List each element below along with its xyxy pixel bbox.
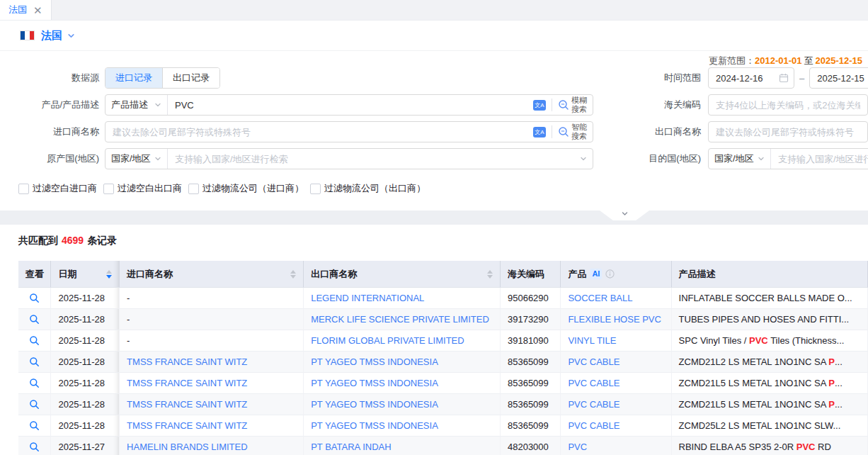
exporter-link[interactable]: PT YAGEO TMSS INDONESIA <box>311 399 438 410</box>
origin-country-group: 国家/地区 <box>105 148 593 169</box>
view-record-button[interactable] <box>28 440 41 454</box>
match-summary: 共匹配到4699条记录 <box>18 235 117 247</box>
view-record-button[interactable] <box>28 398 41 411</box>
product-link[interactable]: PVC <box>568 442 587 452</box>
sort-icon[interactable] <box>290 270 296 279</box>
exporter-link[interactable]: FLORIM GLOBAL PRIVATE LIMITED <box>311 335 464 346</box>
view-cell <box>18 437 51 455</box>
destination-country-select[interactable]: 国家/地区 <box>709 149 771 169</box>
date-cell: 2025-11-28 <box>51 309 120 330</box>
checkbox-icon[interactable] <box>103 184 114 194</box>
product-link[interactable]: PVC CABLE <box>568 378 619 388</box>
fuzzy-search-label: 模糊搜索 <box>571 96 588 113</box>
description-cell: RBIND ELBA A5 SP35 2-0R PVC RD <box>672 437 868 455</box>
product-cell: PVC <box>561 437 671 455</box>
column-label: 日期 <box>58 268 76 281</box>
product-link[interactable]: PVC CABLE <box>568 420 619 431</box>
importer-cell: - <box>120 288 304 309</box>
view-record-button[interactable] <box>28 291 41 305</box>
info-icon[interactable] <box>605 269 615 279</box>
sort-icon[interactable] <box>106 270 112 279</box>
date-cell: 2025-11-27 <box>51 437 120 455</box>
exporter-cell: FLORIM GLOBAL PRIVATE LIMITED <box>304 330 501 352</box>
view-record-button[interactable] <box>28 355 41 369</box>
importer-link[interactable]: HAMELIN BRANDS LIMITED <box>127 442 247 452</box>
table-row: 2025-11-28-FLORIM GLOBAL PRIVATE LIMITED… <box>18 330 868 352</box>
france-flag-icon <box>20 30 35 40</box>
checkbox-icon[interactable] <box>188 184 199 194</box>
view-record-button[interactable] <box>28 313 41 326</box>
origin-country-select[interactable]: 国家/地区 <box>105 149 168 169</box>
sort-icon[interactable] <box>487 270 493 279</box>
checkbox-icon[interactable] <box>18 184 29 194</box>
column-header-exporter[interactable]: 出口商名称 <box>304 261 501 288</box>
column-header-view: 查看 <box>18 261 51 288</box>
checkbox-filter-blank-exporter[interactable]: 过滤空白出口商 <box>103 182 182 195</box>
destination-country-input[interactable] <box>771 149 868 169</box>
importer-link[interactable]: TMSS FRANCE SAINT WITZ <box>127 399 247 410</box>
column-label: 产品 <box>568 268 586 281</box>
importer-link[interactable]: TMSS FRANCE SAINT WITZ <box>127 378 247 388</box>
chevron-down-icon[interactable] <box>580 155 587 162</box>
magnifier-icon <box>29 314 40 325</box>
country-name[interactable]: 法国 <box>41 29 62 43</box>
smart-search-toggle[interactable]: 智能搜索 <box>552 123 593 140</box>
exporter-name-input[interactable] <box>708 121 868 142</box>
view-cell <box>18 288 51 309</box>
translate-icon[interactable]: 文A <box>533 100 546 111</box>
checkbox-label: 过滤空白出口商 <box>118 182 182 195</box>
translate-icon[interactable]: 文A <box>533 127 546 137</box>
hs-code-input[interactable] <box>708 94 868 116</box>
view-record-button[interactable] <box>28 334 41 347</box>
chevron-down-icon[interactable] <box>67 32 75 40</box>
importer-link[interactable]: TMSS FRANCE SAINT WITZ <box>127 420 247 431</box>
exporter-link[interactable]: PT YAGEO TMSS INDONESIA <box>311 356 438 367</box>
product-link[interactable]: VINYL TILE <box>568 335 616 346</box>
fuzzy-search-toggle[interactable]: 模糊搜索 <box>552 96 593 113</box>
close-icon[interactable]: ✕ <box>33 5 42 16</box>
update-range-to: 2025-12-15 <box>816 55 863 66</box>
tab-title: 法国 <box>8 4 27 16</box>
product-search-input[interactable] <box>168 95 533 115</box>
exporter-link[interactable]: PT BATARA INDAH <box>311 442 391 452</box>
destination-country-label: 目的国(地区) <box>602 152 708 165</box>
checkbox-label: 过滤物流公司（出口商） <box>324 182 426 195</box>
checkbox-filter-logistics-exporter[interactable]: 过滤物流公司（出口商） <box>310 182 426 195</box>
importer-name-input[interactable] <box>105 122 533 142</box>
exporter-link[interactable]: PT YAGEO TMSS INDONESIA <box>311 378 438 388</box>
collapse-panel-button[interactable] <box>600 210 649 220</box>
product-link[interactable]: SOCCER BALL <box>568 293 632 303</box>
column-header-date[interactable]: 日期 <box>51 261 120 288</box>
origin-country-input[interactable] <box>168 149 580 169</box>
checkbox-filter-blank-importer[interactable]: 过滤空白进口商 <box>18 182 97 195</box>
product-link[interactable]: PVC CABLE <box>568 399 619 410</box>
hs-code-label: 海关编码 <box>602 99 708 111</box>
view-record-button[interactable] <box>28 419 41 432</box>
exporter-link[interactable]: MERCK LIFE SCIENCE PRIVATE LIMITED <box>311 314 489 325</box>
chevron-down-icon <box>758 155 765 162</box>
checkbox-filter-logistics-importer[interactable]: 过滤物流公司（进口商） <box>188 182 304 195</box>
exporter-cell: PT YAGEO TMSS INDONESIA <box>304 373 501 394</box>
checkbox-icon[interactable] <box>310 184 321 194</box>
tab-import-records[interactable]: 进口记录 <box>105 68 162 88</box>
description-cell: TUBES PIPES AND HOSES AND FITTI... <box>672 309 868 330</box>
magnifier-icon <box>29 356 40 367</box>
product-link[interactable]: FLEXIBLE HOSE PVC <box>568 314 661 325</box>
product-link[interactable]: PVC CABLE <box>568 356 619 367</box>
exporter-cell: PT BATARA INDAH <box>304 437 501 455</box>
exporter-link[interactable]: PT YAGEO TMSS INDONESIA <box>311 420 438 431</box>
magnifier-icon <box>29 442 40 452</box>
view-record-button[interactable] <box>28 376 41 390</box>
tab-export-records[interactable]: 出口记录 <box>162 68 219 88</box>
product-type-select[interactable]: 产品描述 <box>105 95 168 115</box>
date-to-input[interactable] <box>809 67 868 89</box>
view-cell <box>18 373 51 394</box>
tab-france[interactable]: 法国 ✕ <box>0 0 52 20</box>
column-header-importer[interactable]: 进口商名称 <box>120 261 304 288</box>
calendar-icon[interactable] <box>779 73 789 83</box>
importer-link[interactable]: TMSS FRANCE SAINT WITZ <box>127 356 247 367</box>
update-range-from: 2012-01-01 <box>755 55 802 66</box>
table-row: 2025-11-28TMSS FRANCE SAINT WITZPT YAGEO… <box>18 352 868 373</box>
exporter-link[interactable]: LEGEND INTERNATIONAL <box>311 293 424 303</box>
description-cell: ZCMD21L5 LS METAL 1NO1NC SA P... <box>672 373 868 394</box>
